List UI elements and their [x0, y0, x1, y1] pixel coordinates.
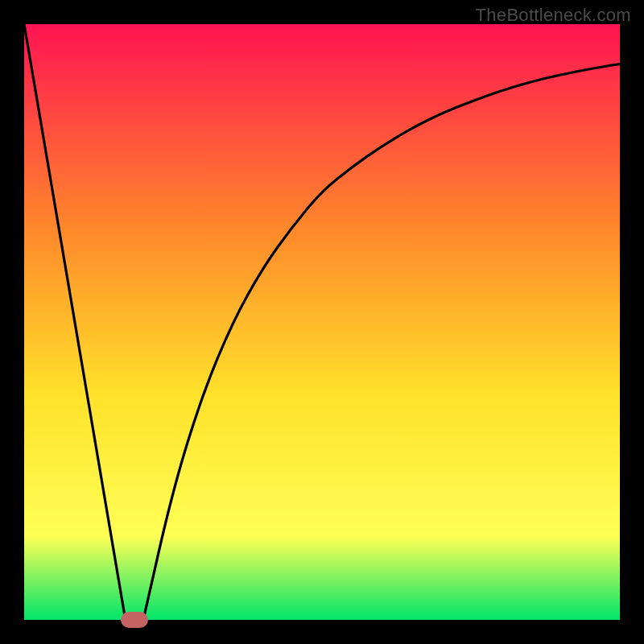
watermark-text: TheBottleneck.com	[476, 5, 631, 26]
chart-svg	[24, 24, 620, 620]
plot-area	[24, 24, 620, 620]
gradient-background	[24, 24, 620, 620]
chart-frame: TheBottleneck.com	[0, 0, 644, 644]
minimum-marker	[121, 612, 148, 628]
